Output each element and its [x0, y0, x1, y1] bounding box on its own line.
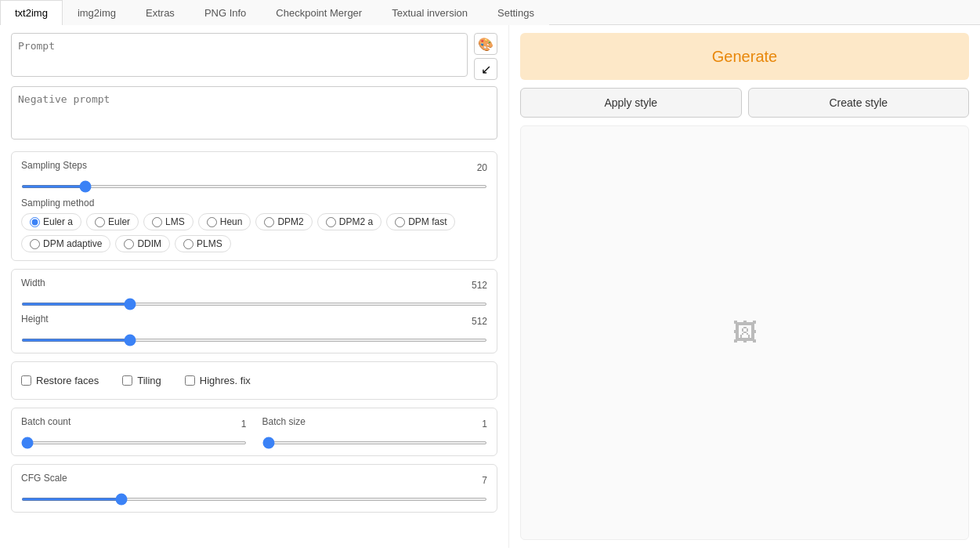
tab-bar: txt2img img2img Extras PNG Info Checkpoi… — [0, 0, 980, 25]
tiling-checkbox[interactable]: Tiling — [122, 375, 161, 386]
radio-dpm-adaptive[interactable]: DPM adaptive — [21, 235, 110, 252]
sampling-steps-section: Sampling Steps 20 Sampling method Euler … — [11, 151, 497, 261]
palette-icon-button[interactable]: 🎨 — [474, 33, 497, 55]
tab-settings[interactable]: Settings — [483, 0, 549, 25]
sampling-steps-value: 20 — [477, 162, 487, 173]
radio-lms[interactable]: LMS — [143, 213, 193, 230]
tab-png-info[interactable]: PNG Info — [190, 0, 261, 25]
tab-checkpoint-merger[interactable]: Checkpoint Merger — [261, 0, 377, 25]
highres-fix-label: Highres. fix — [200, 375, 251, 386]
sampling-steps-header: Sampling Steps 20 — [21, 160, 487, 176]
prompt-icons: 🎨 ↙ — [474, 33, 497, 80]
batch-size-label: Batch size — [262, 416, 306, 427]
radio-plms[interactable]: PLMS — [175, 235, 231, 252]
radio-euler-a[interactable]: Euler a — [21, 213, 81, 230]
radio-dpm2[interactable]: DPM2 — [255, 213, 312, 230]
tiling-label: Tiling — [137, 375, 161, 386]
cfg-scale-slider[interactable] — [21, 498, 487, 501]
cfg-scale-label: CFG Scale — [21, 473, 67, 484]
create-style-button[interactable]: Create style — [748, 88, 970, 118]
image-placeholder-icon: 🖼 — [732, 318, 758, 347]
width-value: 512 — [472, 280, 487, 291]
batch-size-header: Batch size 1 — [262, 416, 488, 432]
sampling-steps-label: Sampling Steps — [21, 160, 87, 171]
options-section: Restore faces Tiling Highres. fix — [11, 361, 497, 400]
tab-textual-inversion[interactable]: Textual inversion — [377, 0, 483, 25]
width-slider[interactable] — [21, 303, 487, 306]
batch-size-value: 1 — [482, 419, 487, 430]
apply-style-button[interactable]: Apply style — [520, 88, 742, 118]
restore-faces-checkbox[interactable]: Restore faces — [21, 375, 99, 386]
batch-section: Batch count 1 Batch size 1 — [11, 408, 497, 456]
tab-img2img[interactable]: img2img — [63, 0, 131, 25]
tab-txt2img[interactable]: txt2img — [0, 0, 63, 25]
dimensions-section: Width 512 Height 512 — [11, 269, 497, 353]
style-buttons-row: Apply style Create style — [520, 88, 969, 118]
batch-size-col: Batch size 1 — [262, 416, 488, 448]
radio-heun[interactable]: Heun — [198, 213, 251, 230]
height-value: 512 — [472, 316, 487, 327]
radio-euler[interactable]: Euler — [86, 213, 139, 230]
radio-dpm2-a[interactable]: DPM2 a — [317, 213, 382, 230]
tab-extras[interactable]: Extras — [131, 0, 190, 25]
checkbox-row: Restore faces Tiling Highres. fix — [21, 370, 487, 391]
height-slider[interactable] — [21, 339, 487, 342]
width-label: Width — [21, 277, 45, 288]
sampling-steps-slider[interactable] — [21, 185, 487, 188]
prompt-input[interactable] — [11, 33, 468, 77]
cfg-scale-header: CFG Scale 7 — [21, 473, 487, 488]
radio-dpm-fast[interactable]: DPM fast — [386, 213, 455, 230]
batch-count-value: 1 — [241, 419, 247, 430]
restore-faces-label: Restore faces — [36, 375, 99, 386]
sampling-method-group: Euler a Euler LMS Heun DPM2 — [21, 213, 487, 252]
arrow-icon-button[interactable]: ↙ — [474, 58, 497, 80]
sampling-method-label: Sampling method — [21, 198, 487, 208]
left-panel: 🎨 ↙ Sampling Steps 20 Sampling method Eu… — [0, 25, 509, 548]
cfg-scale-section: CFG Scale 7 — [11, 464, 497, 513]
batch-cols: Batch count 1 Batch size 1 — [21, 416, 487, 448]
prompt-row: 🎨 ↙ — [11, 33, 497, 80]
batch-size-slider[interactable] — [262, 441, 488, 444]
height-header: Height 512 — [21, 314, 487, 329]
cfg-scale-value: 7 — [482, 475, 487, 486]
right-panel: Generate Apply style Create style 🖼 — [509, 25, 980, 548]
batch-count-col: Batch count 1 — [21, 416, 247, 448]
height-label: Height — [21, 314, 49, 324]
negative-prompt-input[interactable] — [11, 86, 497, 140]
batch-count-header: Batch count 1 — [21, 416, 247, 432]
highres-fix-checkbox[interactable]: Highres. fix — [185, 375, 251, 386]
batch-count-slider[interactable] — [21, 441, 247, 444]
batch-count-label: Batch count — [21, 416, 71, 427]
generate-button[interactable]: Generate — [520, 33, 969, 80]
width-header: Width 512 — [21, 277, 487, 293]
radio-ddim[interactable]: DDIM — [115, 235, 170, 252]
image-preview-area: 🖼 — [520, 125, 969, 540]
